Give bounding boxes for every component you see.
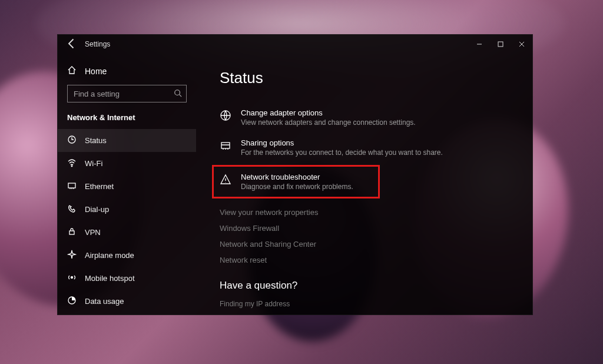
- option-title: Change adapter options: [241, 108, 416, 117]
- svg-point-6: [71, 277, 73, 279]
- option-desc: Diagnose and fix network problems.: [241, 183, 353, 191]
- sidebar: Home Network & Internet Status Wi-Fi: [58, 54, 196, 315]
- link-sharing-center[interactable]: Network and Sharing Center: [220, 240, 509, 249]
- sharing-icon: [220, 138, 231, 157]
- option-title: Network troubleshooter: [241, 173, 353, 181]
- nav-wifi[interactable]: Wi-Fi: [58, 152, 196, 175]
- status-icon: [67, 135, 77, 146]
- option-desc: View network adapters and change connect…: [241, 118, 416, 127]
- search-icon: [174, 89, 182, 100]
- nav-label: Dial-up: [85, 205, 109, 214]
- nav-label: Wi-Fi: [85, 159, 102, 168]
- back-button[interactable]: [66, 38, 78, 51]
- nav-airplane[interactable]: Airplane mode: [58, 244, 196, 267]
- help-heading: Have a question?: [220, 280, 509, 292]
- svg-rect-0: [498, 42, 503, 47]
- home-button[interactable]: Home: [58, 62, 196, 85]
- section-title: Network & Internet: [58, 113, 196, 129]
- svg-point-1: [175, 90, 180, 95]
- maximize-button[interactable]: [490, 35, 511, 54]
- warning-icon: [220, 173, 231, 191]
- svg-point-3: [71, 166, 72, 167]
- nav-status[interactable]: Status: [58, 129, 196, 152]
- svg-rect-4: [68, 183, 75, 188]
- nav-label: Mobile hotspot: [85, 274, 135, 283]
- dialup-icon: [67, 204, 77, 215]
- data-usage-icon: [67, 296, 77, 307]
- nav-label: Data usage: [85, 297, 124, 306]
- page-title: Status: [220, 69, 509, 87]
- help-link-troubleshoot[interactable]: Troubleshooting network connection issue…: [220, 314, 509, 315]
- nav-proxy[interactable]: Proxy: [58, 313, 196, 315]
- option-title: Sharing options: [241, 138, 443, 147]
- nav-label: Ethernet: [85, 182, 114, 191]
- wifi-icon: [67, 158, 77, 169]
- nav-dialup[interactable]: Dial-up: [58, 198, 196, 221]
- link-windows-firewall[interactable]: Windows Firewall: [220, 224, 509, 233]
- home-icon: [67, 65, 77, 77]
- link-view-properties[interactable]: View your network properties: [220, 208, 509, 217]
- nav-vpn[interactable]: VPN: [58, 221, 196, 244]
- highlight-box: Network troubleshooter Diagnose and fix …: [212, 165, 380, 198]
- option-desc: For the networks you connect to, decide …: [241, 148, 443, 157]
- svg-rect-5: [69, 231, 74, 234]
- nav-data-usage[interactable]: Data usage: [58, 290, 196, 313]
- hotspot-icon: [67, 273, 77, 284]
- vpn-icon: [67, 227, 77, 238]
- home-label: Home: [85, 67, 107, 76]
- close-button[interactable]: [511, 35, 532, 54]
- nav-ethernet[interactable]: Ethernet: [58, 175, 196, 198]
- nav-label: Status: [85, 136, 107, 145]
- titlebar: Settings: [58, 35, 532, 54]
- settings-window: Settings Home: [57, 34, 533, 315]
- svg-rect-10: [221, 143, 230, 148]
- change-adapter-options[interactable]: Change adapter options View network adap…: [220, 104, 509, 134]
- nav-label: VPN: [85, 228, 101, 237]
- nav-hotspot[interactable]: Mobile hotspot: [58, 267, 196, 290]
- help-link-ip[interactable]: Finding my IP address: [220, 300, 509, 308]
- nav-label: Airplane mode: [85, 251, 134, 260]
- adapter-icon: [220, 108, 231, 127]
- search-input[interactable]: [67, 85, 187, 102]
- nav-list: Status Wi-Fi Ethernet Dial-up VPN: [58, 129, 196, 315]
- network-troubleshooter[interactable]: Network troubleshooter Diagnose and fix …: [220, 173, 353, 191]
- link-network-reset[interactable]: Network reset: [220, 256, 509, 264]
- window-title: Settings: [85, 40, 110, 48]
- minimize-button[interactable]: [469, 35, 490, 54]
- airplane-icon: [67, 250, 77, 261]
- main-panel: Status Change adapter options View netwo…: [196, 54, 532, 315]
- ethernet-icon: [67, 181, 77, 192]
- sharing-options[interactable]: Sharing options For the networks you con…: [220, 134, 509, 164]
